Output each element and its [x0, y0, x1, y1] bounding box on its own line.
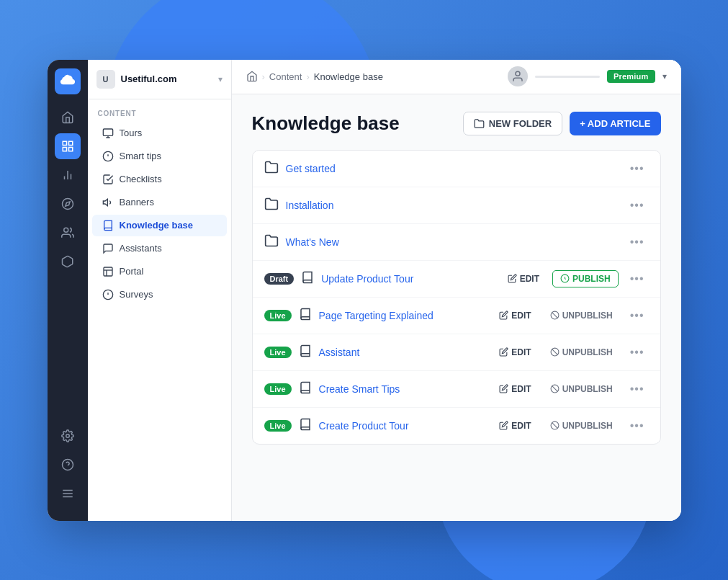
- folder-icon: [264, 160, 279, 177]
- folder-icon: [264, 197, 279, 214]
- workspace-name: Usetiful.com: [121, 73, 212, 84]
- article-icon: [299, 418, 312, 434]
- workspace-selector[interactable]: U Usetiful.com ▾: [88, 60, 231, 99]
- item-title-update-product-tour[interactable]: Update Product Tour: [321, 273, 495, 285]
- unpublish-button[interactable]: UNPUBLISH: [544, 308, 619, 324]
- item-title-create-product-tour[interactable]: Create Product Tour: [319, 420, 487, 432]
- sidebar-icon-help[interactable]: [55, 452, 81, 478]
- svg-line-34: [552, 349, 557, 355]
- item-title-page-targeting[interactable]: Page Targeting Explained: [319, 310, 487, 321]
- breadcrumb-content[interactable]: Content: [269, 71, 302, 82]
- list-item: Installation •••: [253, 187, 660, 224]
- edit-button[interactable]: EDIT: [493, 344, 536, 360]
- item-actions: EDIT PUBLISH •••: [502, 269, 649, 288]
- status-badge-live: Live: [264, 420, 292, 432]
- page-title: Knowledge base: [252, 112, 400, 135]
- edit-button[interactable]: EDIT: [493, 418, 536, 434]
- item-actions: EDIT UNPUBLISH •••: [493, 380, 648, 398]
- more-menu-button[interactable]: •••: [626, 380, 649, 398]
- svg-rect-23: [104, 267, 112, 276]
- edit-button[interactable]: EDIT: [493, 308, 536, 324]
- svg-marker-22: [103, 199, 107, 205]
- user-avatar-button[interactable]: [508, 66, 528, 86]
- svg-point-29: [516, 71, 520, 76]
- sidebar-item-checklists[interactable]: Checklists: [92, 169, 227, 190]
- svg-rect-0: [63, 141, 66, 145]
- sidebar-portal-label: Portal: [120, 266, 144, 277]
- sidebar-item-tours[interactable]: Tours: [92, 122, 227, 144]
- sidebar-assistants-label: Assistants: [120, 243, 162, 254]
- more-menu-button[interactable]: •••: [626, 343, 649, 362]
- more-menu-button[interactable]: •••: [626, 233, 649, 251]
- svg-rect-1: [68, 141, 72, 145]
- item-title-get-started[interactable]: Get started: [286, 163, 619, 174]
- item-title-installation[interactable]: Installation: [286, 200, 619, 211]
- publish-button[interactable]: PUBLISH: [552, 270, 619, 287]
- more-menu-button[interactable]: •••: [626, 306, 649, 325]
- svg-point-10: [66, 434, 69, 437]
- sidebar-icon-collapse[interactable]: [55, 481, 81, 507]
- sidebar-surveys-label: Surveys: [120, 289, 153, 300]
- sidebar-icon-home[interactable]: [55, 104, 81, 130]
- breadcrumb-sep-2: ›: [306, 71, 309, 82]
- article-icon: [301, 271, 314, 287]
- list-item: What's New •••: [253, 224, 660, 261]
- sidebar-icon-grid[interactable]: [55, 133, 81, 159]
- status-badge-live: Live: [264, 347, 292, 358]
- new-folder-button[interactable]: NEW FOLDER: [463, 112, 562, 135]
- page-header: Knowledge base NEW FOLDER + ADD ARTICLE: [252, 112, 661, 135]
- more-menu-button[interactable]: •••: [626, 416, 649, 435]
- sidebar-item-banners[interactable]: Banners: [92, 192, 227, 213]
- unpublish-button[interactable]: UNPUBLISH: [544, 418, 619, 434]
- svg-point-9: [63, 228, 68, 232]
- more-menu-button[interactable]: •••: [626, 196, 649, 215]
- status-badge-draft: Draft: [264, 273, 295, 285]
- premium-badge[interactable]: Premium: [607, 70, 655, 83]
- workspace-avatar: U: [96, 70, 115, 89]
- sidebar-icon-box[interactable]: [55, 249, 81, 275]
- topbar-dropdown-arrow-icon[interactable]: ▾: [662, 71, 667, 81]
- secondary-sidebar: U Usetiful.com ▾ CONTENT Tours Smart tip…: [88, 60, 232, 521]
- item-actions: EDIT UNPUBLISH •••: [493, 306, 648, 325]
- page-actions: NEW FOLDER + ADD ARTICLE: [463, 112, 661, 135]
- article-icon: [299, 344, 312, 360]
- unpublish-button[interactable]: UNPUBLISH: [544, 344, 619, 360]
- item-actions: •••: [626, 196, 649, 215]
- svg-line-36: [552, 386, 557, 392]
- item-title-whats-new[interactable]: What's New: [286, 236, 619, 248]
- sidebar-item-assistants[interactable]: Assistants: [92, 238, 227, 259]
- sidebar-item-surveys[interactable]: Surveys: [92, 284, 227, 305]
- app-window: U Usetiful.com ▾ CONTENT Tours Smart tip…: [48, 60, 681, 521]
- add-article-button[interactable]: + ADD ARTICLE: [570, 112, 660, 135]
- svg-rect-3: [63, 147, 66, 151]
- sidebar-icon-compass[interactable]: [55, 191, 81, 217]
- item-title-assistant[interactable]: Assistant: [319, 347, 487, 358]
- workspace-chevron-icon: ▾: [218, 74, 223, 84]
- svg-line-32: [552, 313, 557, 318]
- item-actions: •••: [626, 233, 649, 251]
- status-badge-live: Live: [264, 383, 292, 395]
- app-logo[interactable]: [55, 68, 81, 94]
- sidebar-item-knowledge-base[interactable]: Knowledge base: [92, 215, 227, 236]
- topbar-divider: [535, 76, 600, 78]
- breadcrumb-current: Knowledge base: [314, 71, 383, 82]
- sidebar-icon-settings[interactable]: [55, 423, 81, 449]
- sidebar-item-portal[interactable]: Portal: [92, 261, 227, 282]
- breadcrumb-home-icon[interactable]: [246, 71, 258, 83]
- list-item: Live Assistant EDIT UNP: [253, 334, 660, 371]
- svg-line-38: [552, 423, 557, 429]
- topbar: › Content › Knowledge base Premium ▾: [232, 60, 681, 94]
- list-item: Live Create Product Tour EDIT: [253, 408, 660, 444]
- sidebar-item-smart-tips[interactable]: Smart tips: [92, 146, 227, 167]
- sidebar-smart-tips-label: Smart tips: [120, 151, 162, 161]
- more-menu-button[interactable]: •••: [626, 269, 649, 288]
- edit-button[interactable]: EDIT: [493, 381, 536, 397]
- unpublish-button[interactable]: UNPUBLISH: [544, 381, 619, 397]
- breadcrumb: › Content › Knowledge base: [246, 71, 383, 83]
- sidebar-icon-users[interactable]: [55, 220, 81, 246]
- item-title-create-smart-tips[interactable]: Create Smart Tips: [319, 383, 487, 395]
- sidebar-icon-chart[interactable]: [55, 162, 81, 188]
- svg-point-7: [62, 198, 73, 209]
- edit-button[interactable]: EDIT: [502, 271, 545, 287]
- more-menu-button[interactable]: •••: [626, 159, 649, 178]
